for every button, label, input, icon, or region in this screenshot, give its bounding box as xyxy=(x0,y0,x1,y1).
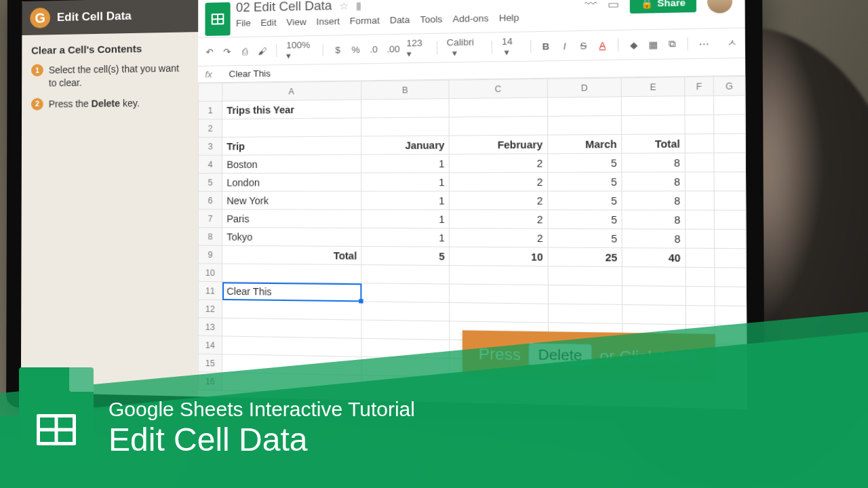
row-header-13[interactable]: 13 xyxy=(198,318,222,336)
formula-value[interactable]: Clear This xyxy=(229,68,271,79)
cell-D3[interactable]: March xyxy=(547,134,622,153)
menu-format[interactable]: Format xyxy=(350,15,380,26)
cell-F11[interactable] xyxy=(686,286,714,306)
font-select[interactable]: Calibri ▾ xyxy=(447,37,482,58)
number-format-select[interactable]: 123 ▾ xyxy=(406,37,427,59)
cell-G3[interactable] xyxy=(713,134,745,152)
cell-E12[interactable] xyxy=(623,304,686,324)
cell-D4[interactable]: 5 xyxy=(547,153,622,172)
cell-G12[interactable] xyxy=(715,306,747,325)
row-header-2[interactable]: 2 xyxy=(199,119,222,138)
cell-D7[interactable]: 5 xyxy=(548,210,623,229)
menu-help[interactable]: Help xyxy=(499,12,519,23)
cell-C8[interactable]: 2 xyxy=(450,228,548,247)
cell-D11[interactable] xyxy=(548,285,623,304)
col-header-G[interactable]: G xyxy=(713,76,745,96)
cell-G7[interactable] xyxy=(714,210,746,229)
col-header-C[interactable]: C xyxy=(449,79,547,98)
cell-C2[interactable] xyxy=(450,117,548,136)
cell-A6[interactable]: New York xyxy=(222,191,362,209)
cell-C10[interactable] xyxy=(450,266,548,285)
cell-G9[interactable] xyxy=(714,248,746,268)
menu-file[interactable]: File xyxy=(236,18,251,28)
more-icon[interactable]: ⋯ xyxy=(698,38,709,49)
cell-F9[interactable] xyxy=(686,248,714,267)
cell-A15[interactable] xyxy=(222,354,361,375)
cell-C16[interactable] xyxy=(450,377,548,398)
cell-A10[interactable] xyxy=(222,264,362,283)
cell-E1[interactable] xyxy=(622,96,685,116)
cell-B5[interactable]: 1 xyxy=(361,173,450,191)
cell-G16[interactable] xyxy=(715,382,747,402)
row-header-11[interactable]: 11 xyxy=(198,281,222,300)
cell-D1[interactable] xyxy=(547,97,622,117)
cell-G11[interactable] xyxy=(714,287,746,306)
cell-E5[interactable]: 8 xyxy=(622,172,685,191)
row-header-10[interactable]: 10 xyxy=(198,264,222,282)
cell-A8[interactable]: Tokyo xyxy=(222,228,362,247)
cell-A4[interactable]: Boston xyxy=(222,155,361,174)
cell-B12[interactable] xyxy=(361,302,450,321)
print-icon[interactable]: ⎙ xyxy=(240,46,250,57)
row-header-4[interactable]: 4 xyxy=(199,155,222,174)
row-header-3[interactable]: 3 xyxy=(199,137,222,155)
cell-E6[interactable]: 8 xyxy=(622,191,685,210)
cell-F8[interactable] xyxy=(686,229,714,248)
menu-addons[interactable]: Add-ons xyxy=(453,13,489,24)
row-header-14[interactable]: 14 xyxy=(198,336,222,354)
cell-E16[interactable] xyxy=(623,380,686,401)
percent-icon[interactable]: % xyxy=(351,44,361,55)
cell-B15[interactable] xyxy=(361,357,450,377)
menu-edit[interactable]: Edit xyxy=(260,17,276,28)
row-header-7[interactable]: 7 xyxy=(198,209,222,228)
cell-G10[interactable] xyxy=(714,268,746,287)
strike-icon[interactable]: S xyxy=(578,40,589,51)
cell-B14[interactable] xyxy=(361,338,450,359)
cell-C5[interactable]: 2 xyxy=(450,172,548,191)
menu-tools[interactable]: Tools xyxy=(420,14,442,24)
cell-F7[interactable] xyxy=(686,210,714,229)
fill-color-icon[interactable]: ◆ xyxy=(629,39,639,50)
cell-C3[interactable]: February xyxy=(450,135,548,154)
cell-E4[interactable]: 8 xyxy=(622,153,685,172)
menu-insert[interactable]: Insert xyxy=(316,16,339,26)
cell-B11[interactable] xyxy=(361,283,450,303)
cell-D6[interactable]: 5 xyxy=(548,191,623,210)
cell-C7[interactable]: 2 xyxy=(450,209,548,228)
avatar[interactable] xyxy=(707,0,732,14)
cell-C4[interactable]: 2 xyxy=(450,154,548,173)
cell-G15[interactable] xyxy=(715,363,747,383)
cell-A16[interactable] xyxy=(222,372,361,393)
cell-F1[interactable] xyxy=(685,96,713,115)
cell-B2[interactable] xyxy=(361,117,450,136)
paint-format-icon[interactable]: 🖌 xyxy=(258,45,267,56)
cell-E3[interactable]: Total xyxy=(622,134,685,153)
comments-icon[interactable]: ▭ xyxy=(608,0,619,11)
col-header-E[interactable]: E xyxy=(622,77,685,97)
instruction-callout[interactable]: Press Delete or Click Here xyxy=(462,330,715,382)
cell-A13[interactable] xyxy=(222,318,361,338)
document-title[interactable]: 02 Edit Cell Data xyxy=(236,0,332,16)
cell-C11[interactable] xyxy=(450,284,548,304)
italic-icon[interactable]: I xyxy=(559,41,570,52)
decrease-decimal-icon[interactable]: .0 xyxy=(369,43,379,54)
redo-icon[interactable]: ↷ xyxy=(222,46,232,57)
cell-E8[interactable]: 8 xyxy=(622,229,685,248)
cell-G6[interactable] xyxy=(714,191,746,210)
menu-view[interactable]: View xyxy=(286,16,306,27)
undo-icon[interactable]: ↶ xyxy=(205,47,214,58)
currency-icon[interactable]: $ xyxy=(333,44,343,55)
cell-G2[interactable] xyxy=(713,115,745,134)
cell-A12[interactable] xyxy=(222,300,362,320)
cell-F4[interactable] xyxy=(685,153,713,172)
row-header-5[interactable]: 5 xyxy=(198,174,222,192)
cell-G14[interactable] xyxy=(715,344,747,364)
cell-F2[interactable] xyxy=(685,115,713,134)
cell-A9[interactable]: Total xyxy=(222,245,362,264)
cell-D2[interactable] xyxy=(547,116,622,136)
col-header-B[interactable]: B xyxy=(361,80,450,100)
cell-A5[interactable]: London xyxy=(222,173,361,191)
cell-E10[interactable] xyxy=(623,267,686,287)
row-header-8[interactable]: 8 xyxy=(198,228,222,246)
menu-data[interactable]: Data xyxy=(390,14,410,25)
